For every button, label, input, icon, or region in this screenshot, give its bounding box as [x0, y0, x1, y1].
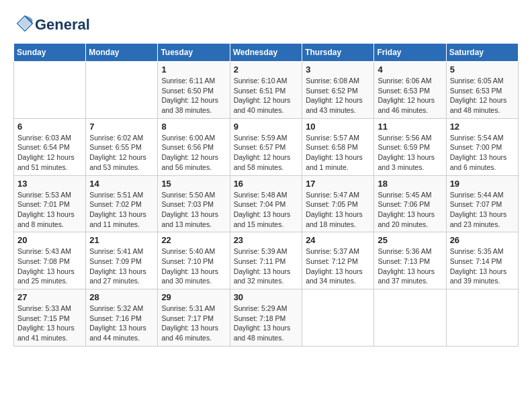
weekday-header-row: SundayMondayTuesdayWednesdayThursdayFrid…	[14, 44, 519, 62]
day-number: 20	[17, 235, 82, 245]
calendar-table: SundayMondayTuesdayWednesdayThursdayFrid…	[13, 43, 519, 347]
day-info: Sunrise: 5:43 AM Sunset: 7:08 PM Dayligh…	[17, 246, 82, 286]
calendar-cell: 20 Sunrise: 5:43 AM Sunset: 7:08 PM Dayl…	[14, 232, 86, 289]
day-info: Sunrise: 5:33 AM Sunset: 7:15 PM Dayligh…	[17, 304, 82, 343]
calendar-cell: 26 Sunrise: 5:35 AM Sunset: 7:14 PM Dayl…	[446, 232, 518, 289]
day-number: 24	[306, 235, 370, 245]
calendar-cell: 4 Sunrise: 6:06 AM Sunset: 6:53 PM Dayli…	[374, 62, 446, 119]
day-number: 27	[17, 292, 82, 302]
day-info: Sunrise: 5:53 AM Sunset: 7:01 PM Dayligh…	[17, 190, 82, 230]
calendar-cell: 12 Sunrise: 5:54 AM Sunset: 7:00 PM Dayl…	[446, 118, 518, 175]
calendar-cell: 11 Sunrise: 5:56 AM Sunset: 6:59 PM Dayl…	[374, 118, 446, 175]
weekday-header: Tuesday	[158, 44, 230, 62]
day-info: Sunrise: 5:50 AM Sunset: 7:03 PM Dayligh…	[161, 190, 226, 230]
day-number: 9	[234, 122, 299, 132]
day-info: Sunrise: 6:05 AM Sunset: 6:53 PM Dayligh…	[450, 76, 515, 116]
day-number: 1	[161, 64, 226, 75]
day-info: Sunrise: 5:41 AM Sunset: 7:09 PM Dayligh…	[89, 246, 154, 286]
logo-icon	[15, 13, 35, 34]
calendar-cell: 22 Sunrise: 5:40 AM Sunset: 7:10 PM Dayl…	[158, 232, 230, 289]
day-number: 3	[306, 64, 370, 75]
day-info: Sunrise: 5:37 AM Sunset: 7:12 PM Dayligh…	[306, 246, 370, 286]
calendar-cell: 30 Sunrise: 5:29 AM Sunset: 7:18 PM Dayl…	[230, 289, 302, 347]
day-info: Sunrise: 6:02 AM Sunset: 6:55 PM Dayligh…	[89, 133, 154, 173]
calendar-cell: 13 Sunrise: 5:53 AM Sunset: 7:01 PM Dayl…	[14, 175, 86, 232]
day-number: 14	[89, 179, 154, 189]
calendar-week-row: 20 Sunrise: 5:43 AM Sunset: 7:08 PM Dayl…	[14, 232, 519, 289]
day-number: 22	[161, 235, 226, 245]
logo: General	[13, 13, 90, 36]
day-number: 17	[306, 179, 370, 189]
day-number: 5	[450, 64, 515, 75]
weekday-header: Saturday	[446, 44, 518, 62]
day-number: 12	[450, 122, 515, 132]
calendar-cell: 14 Sunrise: 5:51 AM Sunset: 7:02 PM Dayl…	[86, 175, 158, 232]
day-info: Sunrise: 6:06 AM Sunset: 6:53 PM Dayligh…	[378, 76, 442, 116]
logo-text: General	[35, 17, 90, 33]
calendar-cell: 3 Sunrise: 6:08 AM Sunset: 6:52 PM Dayli…	[302, 62, 374, 119]
day-number: 23	[234, 235, 299, 245]
day-info: Sunrise: 6:08 AM Sunset: 6:52 PM Dayligh…	[306, 76, 370, 116]
day-number: 4	[378, 64, 442, 75]
calendar-cell: 15 Sunrise: 5:50 AM Sunset: 7:03 PM Dayl…	[158, 175, 230, 232]
calendar-cell: 24 Sunrise: 5:37 AM Sunset: 7:12 PM Dayl…	[302, 232, 374, 289]
day-info: Sunrise: 6:11 AM Sunset: 6:50 PM Dayligh…	[161, 76, 226, 116]
day-number: 21	[89, 235, 154, 245]
day-info: Sunrise: 5:54 AM Sunset: 7:00 PM Dayligh…	[450, 133, 515, 173]
day-number: 10	[306, 122, 370, 132]
calendar-cell: 21 Sunrise: 5:41 AM Sunset: 7:09 PM Dayl…	[86, 232, 158, 289]
calendar-cell: 7 Sunrise: 6:02 AM Sunset: 6:55 PM Dayli…	[86, 118, 158, 175]
calendar-cell: 8 Sunrise: 6:00 AM Sunset: 6:56 PM Dayli…	[158, 118, 230, 175]
day-number: 28	[89, 292, 154, 302]
day-info: Sunrise: 5:32 AM Sunset: 7:16 PM Dayligh…	[89, 304, 154, 343]
weekday-header: Thursday	[302, 44, 374, 62]
day-info: Sunrise: 5:39 AM Sunset: 7:11 PM Dayligh…	[234, 246, 299, 286]
calendar-cell: 6 Sunrise: 6:03 AM Sunset: 6:54 PM Dayli…	[14, 118, 86, 175]
calendar-cell: 29 Sunrise: 5:31 AM Sunset: 7:17 PM Dayl…	[158, 289, 230, 347]
day-number: 30	[234, 292, 299, 302]
calendar-cell: 5 Sunrise: 6:05 AM Sunset: 6:53 PM Dayli…	[446, 62, 518, 119]
day-number: 8	[161, 122, 226, 132]
day-number: 15	[161, 179, 226, 189]
day-info: Sunrise: 5:35 AM Sunset: 7:14 PM Dayligh…	[450, 246, 515, 286]
day-number: 18	[378, 179, 442, 189]
calendar-cell: 27 Sunrise: 5:33 AM Sunset: 7:15 PM Dayl…	[14, 289, 86, 347]
day-info: Sunrise: 5:29 AM Sunset: 7:18 PM Dayligh…	[234, 304, 299, 343]
day-info: Sunrise: 5:44 AM Sunset: 7:07 PM Dayligh…	[450, 190, 515, 230]
day-number: 2	[234, 64, 299, 75]
day-number: 6	[17, 122, 82, 132]
calendar-cell	[86, 62, 158, 119]
day-number: 19	[450, 179, 515, 189]
calendar-cell: 16 Sunrise: 5:48 AM Sunset: 7:04 PM Dayl…	[230, 175, 302, 232]
day-info: Sunrise: 5:36 AM Sunset: 7:13 PM Dayligh…	[378, 246, 442, 286]
calendar-cell: 10 Sunrise: 5:57 AM Sunset: 6:58 PM Dayl…	[302, 118, 374, 175]
day-number: 11	[378, 122, 442, 132]
day-info: Sunrise: 6:03 AM Sunset: 6:54 PM Dayligh…	[17, 133, 82, 173]
calendar-week-row: 13 Sunrise: 5:53 AM Sunset: 7:01 PM Dayl…	[14, 175, 519, 232]
calendar-week-row: 6 Sunrise: 6:03 AM Sunset: 6:54 PM Dayli…	[14, 118, 519, 175]
day-info: Sunrise: 6:00 AM Sunset: 6:56 PM Dayligh…	[161, 133, 226, 173]
day-number: 26	[450, 235, 515, 245]
calendar-cell: 9 Sunrise: 5:59 AM Sunset: 6:57 PM Dayli…	[230, 118, 302, 175]
calendar-cell	[446, 289, 518, 347]
calendar-cell: 18 Sunrise: 5:45 AM Sunset: 7:06 PM Dayl…	[374, 175, 446, 232]
day-info: Sunrise: 5:47 AM Sunset: 7:05 PM Dayligh…	[306, 190, 370, 230]
day-info: Sunrise: 5:40 AM Sunset: 7:10 PM Dayligh…	[161, 246, 226, 286]
day-info: Sunrise: 5:57 AM Sunset: 6:58 PM Dayligh…	[306, 133, 370, 173]
day-number: 16	[234, 179, 299, 189]
calendar-cell	[302, 289, 374, 347]
calendar-cell: 28 Sunrise: 5:32 AM Sunset: 7:16 PM Dayl…	[86, 289, 158, 347]
day-number: 7	[89, 122, 154, 132]
day-info: Sunrise: 5:48 AM Sunset: 7:04 PM Dayligh…	[234, 190, 299, 230]
day-info: Sunrise: 5:45 AM Sunset: 7:06 PM Dayligh…	[378, 190, 442, 230]
weekday-header: Sunday	[14, 44, 86, 62]
day-info: Sunrise: 6:10 AM Sunset: 6:51 PM Dayligh…	[234, 76, 299, 116]
calendar-cell: 25 Sunrise: 5:36 AM Sunset: 7:13 PM Dayl…	[374, 232, 446, 289]
weekday-header: Wednesday	[230, 44, 302, 62]
day-number: 29	[161, 292, 226, 302]
day-info: Sunrise: 5:56 AM Sunset: 6:59 PM Dayligh…	[378, 133, 442, 173]
calendar-cell	[374, 289, 446, 347]
day-info: Sunrise: 5:31 AM Sunset: 7:17 PM Dayligh…	[161, 304, 226, 343]
weekday-header: Monday	[86, 44, 158, 62]
calendar-cell: 19 Sunrise: 5:44 AM Sunset: 7:07 PM Dayl…	[446, 175, 518, 232]
